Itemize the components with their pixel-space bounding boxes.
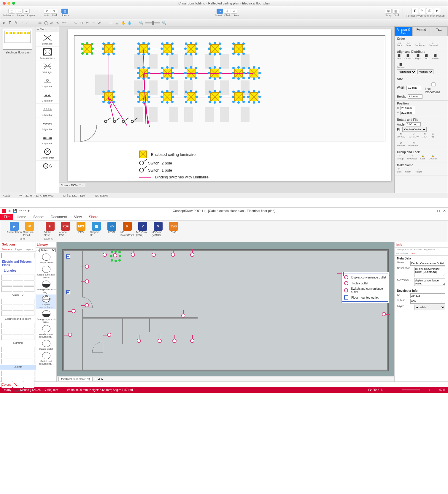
order-front[interactable]: ⬚Front (406, 41, 412, 47)
selection-handle-icon[interactable] (102, 42, 105, 45)
selection-handle-icon[interactable] (219, 72, 222, 74)
soltab-layers[interactable]: Layers (24, 247, 34, 251)
selection-handle-icon[interactable] (166, 90, 169, 92)
export-html[interactable]: </>HTML (105, 222, 118, 237)
selection-handle-icon[interactable] (137, 48, 139, 50)
selection-handle-icon[interactable] (242, 101, 245, 103)
selection-handle-icon[interactable] (232, 101, 235, 103)
no-fill-icon[interactable] (14, 383, 17, 386)
palette-item[interactable] (1, 359, 12, 364)
palette-item[interactable] (13, 377, 23, 382)
palette-item[interactable] (13, 299, 23, 304)
present-button[interactable]: ▶ (434, 8, 440, 14)
same-height[interactable]: ↕Height (415, 168, 422, 173)
library-button[interactable]: ▥ (61, 9, 68, 14)
palette-item[interactable] (1, 281, 12, 286)
selection-handle-icon[interactable] (148, 48, 150, 50)
palette-item[interactable] (24, 286, 34, 292)
selection-handle-icon[interactable] (232, 48, 234, 50)
selection-handle-icon[interactable] (147, 101, 150, 103)
selection-handle-icon[interactable] (190, 101, 192, 104)
flip[interactable]: ⇋Flip (431, 133, 435, 138)
hand-icon[interactable]: ✋ (121, 21, 125, 25)
palette-item[interactable] (13, 286, 23, 292)
selection-handle-icon[interactable] (242, 91, 245, 93)
lib-item-1light[interactable]: 1-light bar (36, 75, 59, 89)
switch-1pole[interactable] (122, 120, 125, 123)
selection-handle-icon[interactable] (107, 53, 110, 56)
rotate-180[interactable]: ⟲180° (422, 133, 427, 138)
selection-handle-icon[interactable] (243, 48, 245, 50)
close-icon[interactable]: ✕ (443, 209, 446, 213)
selection-handle-icon[interactable] (232, 91, 235, 93)
export-vdx[interactable]: VMS Visio (VDX) (136, 222, 149, 237)
selection-handle-icon[interactable] (209, 67, 211, 69)
titlebar[interactable]: Classroom lighting - Reflected ceiling p… (0, 0, 448, 6)
selection-handle-icon[interactable] (242, 53, 245, 55)
selection-handle-icon[interactable] (171, 91, 174, 93)
window-controls[interactable] (3, 2, 15, 5)
selection-handle-icon[interactable] (237, 66, 240, 69)
selection-handle-icon[interactable] (161, 77, 163, 79)
zoom-icon[interactable] (12, 2, 15, 5)
tab-format[interactable]: Format (412, 26, 430, 36)
selection-handle-icon[interactable] (242, 42, 245, 45)
selection-handle-icon[interactable] (142, 90, 145, 92)
export-presentation[interactable]: ▶Presentation (8, 222, 21, 237)
selection-handle-icon[interactable] (147, 53, 150, 55)
zoom-slider[interactable] (145, 22, 160, 23)
redo-icon[interactable]: ↷ (23, 209, 26, 213)
flip-h[interactable]: ⇆Horizontal (408, 142, 419, 147)
palette-item[interactable] (24, 353, 34, 358)
palette-item[interactable] (13, 329, 23, 334)
selection-handle-icon[interactable] (232, 53, 235, 55)
zoom-slider2[interactable] (402, 390, 420, 390)
selection-handle-icon[interactable] (185, 53, 187, 55)
selection-handle-icon[interactable] (113, 48, 115, 50)
selection-handle-icon[interactable] (185, 101, 187, 103)
dev-subid-input[interactable] (410, 299, 445, 304)
selection-handle-icon[interactable] (184, 96, 187, 98)
selection-handle-icon[interactable] (148, 96, 150, 98)
width-input[interactable] (406, 86, 421, 90)
selection-handle-icon[interactable] (184, 72, 187, 74)
selection-handle-icon[interactable] (107, 101, 110, 104)
selection-handle-icon[interactable] (214, 77, 216, 80)
selection-handle-icon[interactable] (185, 42, 187, 45)
selection-handle-icon[interactable] (112, 42, 115, 45)
ungroup-btn[interactable]: ⬚UnGroup (407, 155, 417, 160)
save-icon[interactable]: 💾 (13, 209, 17, 213)
lib-item-2light[interactable]: 2-light bar (36, 89, 59, 104)
selection-handle-icon[interactable] (243, 72, 245, 74)
selection-handle-icon[interactable] (166, 42, 169, 44)
solutions-search[interactable] (1, 253, 34, 258)
palette-item[interactable] (13, 347, 23, 352)
selection-handle-icon[interactable] (142, 53, 145, 56)
meta-desc-input[interactable]: Duplex Convenience Outlet [Outlets.cdl] (414, 267, 445, 277)
palette-item[interactable] (1, 353, 12, 358)
tab-view[interactable]: View (71, 214, 85, 220)
page-nav-prev-icon[interactable]: ◀ (98, 378, 100, 381)
selection-handle-icon[interactable] (111, 259, 113, 262)
palette-item[interactable] (13, 323, 23, 328)
selection-handle-icon[interactable] (242, 77, 245, 79)
lock-btn[interactable]: 🔒Lock (420, 155, 425, 160)
info-button[interactable]: ⓘ (426, 8, 433, 14)
line-icon[interactable]: ／ (20, 21, 25, 25)
selection-handle-icon[interactable] (243, 96, 245, 98)
palette-item[interactable] (1, 329, 12, 334)
switch-1pole[interactable] (131, 120, 134, 123)
align-bottom[interactable]: ⬛Bottom (397, 63, 404, 69)
selection-handle-icon[interactable] (195, 42, 197, 45)
zoom-in-icon[interactable]: + (429, 388, 430, 392)
selection-handle-icon[interactable] (112, 101, 115, 103)
export-graphic[interactable]: 🖼Graphic file (90, 222, 103, 237)
itab-arrange[interactable]: Arrange & Size (395, 248, 413, 251)
lib-item-6light[interactable]: 6-light bar (36, 118, 59, 132)
text-icon[interactable]: T (9, 21, 13, 25)
snap-button[interactable]: ⊞ (385, 9, 392, 14)
dev-id-input[interactable] (410, 293, 445, 298)
selection-handle-icon[interactable] (102, 101, 105, 103)
outlet[interactable] (107, 333, 111, 337)
selection-handle-icon[interactable] (147, 42, 150, 45)
